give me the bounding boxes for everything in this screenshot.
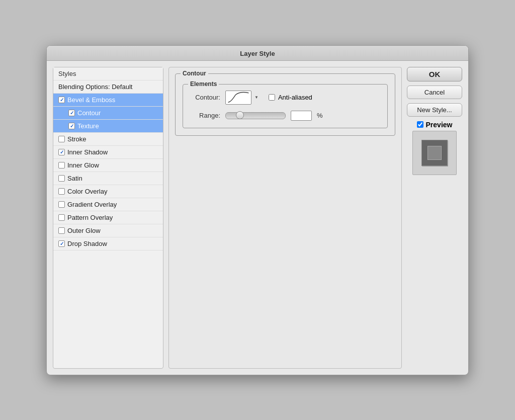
preview-label: Preview [426, 121, 453, 129]
stroke-label: Stroke [67, 135, 87, 143]
range-slider-container [225, 112, 286, 119]
center-panel: Contour Elements Contour: [168, 67, 402, 369]
styles-header[interactable]: Styles [53, 67, 163, 80]
contour-item[interactable]: Contour [53, 107, 163, 120]
preview-section: Preview [407, 121, 462, 175]
color-overlay-label: Color Overlay [67, 188, 107, 195]
title-bar: Layer Style [47, 46, 468, 61]
outer-glow-item[interactable]: Outer Glow [53, 224, 163, 237]
color-overlay-item[interactable]: Color Overlay [53, 185, 163, 198]
drop-shadow-label: Drop Shadow [67, 240, 107, 247]
outer-glow-label: Outer Glow [67, 227, 101, 234]
stroke-item[interactable]: Stroke [53, 133, 163, 146]
gradient-overlay-item[interactable]: Gradient Overlay [53, 198, 163, 211]
range-value-input[interactable]: 20 [291, 111, 312, 121]
elements-legend: Elements [188, 80, 219, 88]
contour-group: Contour Elements Contour: [175, 73, 395, 136]
gradient-overlay-checkbox[interactable] [58, 201, 65, 208]
blending-options-label: Blending Options: Default [58, 83, 132, 91]
inner-glow-checkbox[interactable] [58, 162, 65, 169]
range-percent-label: % [317, 112, 323, 119]
right-panel: OK Cancel New Style... Preview [407, 67, 462, 369]
pattern-overlay-item[interactable]: Pattern Overlay [53, 211, 163, 224]
drop-shadow-checkbox[interactable] [58, 240, 65, 247]
bevel-emboss-item[interactable]: Bevel & Emboss [53, 94, 163, 107]
blending-options-item[interactable]: Blending Options: Default [53, 80, 163, 94]
contour-checkbox[interactable] [68, 110, 75, 116]
range-row: Range: 20 % [190, 111, 380, 121]
contour-label: Contour [77, 109, 101, 117]
contour-row: Contour: ▼ Anti- [190, 91, 380, 105]
new-style-button[interactable]: New Style... [407, 103, 462, 117]
inner-glow-label: Inner Glow [67, 161, 99, 169]
cancel-button[interactable]: Cancel [407, 86, 462, 99]
drop-shadow-item[interactable]: Drop Shadow [53, 237, 163, 250]
preview-checkbox[interactable] [417, 121, 423, 128]
left-panel: Styles Blending Options: Default Bevel &… [53, 67, 163, 369]
gradient-overlay-label: Gradient Overlay [67, 201, 117, 208]
inner-shadow-checkbox[interactable] [58, 149, 65, 155]
satin-item[interactable]: Satin [53, 172, 163, 185]
inner-shadow-label: Inner Shadow [67, 148, 108, 156]
bevel-emboss-checkbox[interactable] [58, 97, 65, 103]
texture-checkbox[interactable] [68, 123, 75, 129]
texture-item[interactable]: Texture [53, 120, 163, 133]
contour-dropdown-arrow-icon[interactable]: ▼ [254, 95, 259, 100]
range-field-label: Range: [190, 112, 220, 119]
satin-label: Satin [67, 175, 82, 182]
preview-label-row: Preview [417, 121, 453, 129]
anti-alias-checkbox[interactable] [269, 94, 275, 101]
bevel-emboss-label: Bevel & Emboss [67, 96, 115, 104]
outer-glow-checkbox[interactable] [58, 227, 65, 234]
inner-shadow-item[interactable]: Inner Shadow [53, 146, 163, 159]
range-slider[interactable] [225, 112, 286, 119]
ok-button[interactable]: OK [407, 67, 462, 81]
inner-glow-item[interactable]: Inner Glow [53, 159, 163, 172]
satin-checkbox[interactable] [58, 175, 65, 182]
contour-preview[interactable] [225, 91, 251, 105]
elements-group: Elements Contour: ▼ [183, 84, 388, 128]
preview-box [412, 131, 457, 175]
pattern-overlay-checkbox[interactable] [58, 214, 65, 221]
anti-alias-label: Anti-aliased [278, 94, 312, 101]
texture-label: Texture [77, 122, 99, 130]
pattern-overlay-label: Pattern Overlay [67, 214, 113, 221]
contour-group-legend: Contour [181, 70, 208, 77]
contour-field-label: Contour: [190, 94, 220, 101]
layer-style-dialog: Layer Style Styles Blending Options: Def… [46, 45, 469, 375]
color-overlay-checkbox[interactable] [58, 188, 65, 195]
styles-label: Styles [58, 70, 76, 77]
dialog-title: Layer Style [240, 50, 275, 57]
anti-alias-row: Anti-aliased [269, 94, 312, 101]
stroke-checkbox[interactable] [58, 136, 65, 142]
